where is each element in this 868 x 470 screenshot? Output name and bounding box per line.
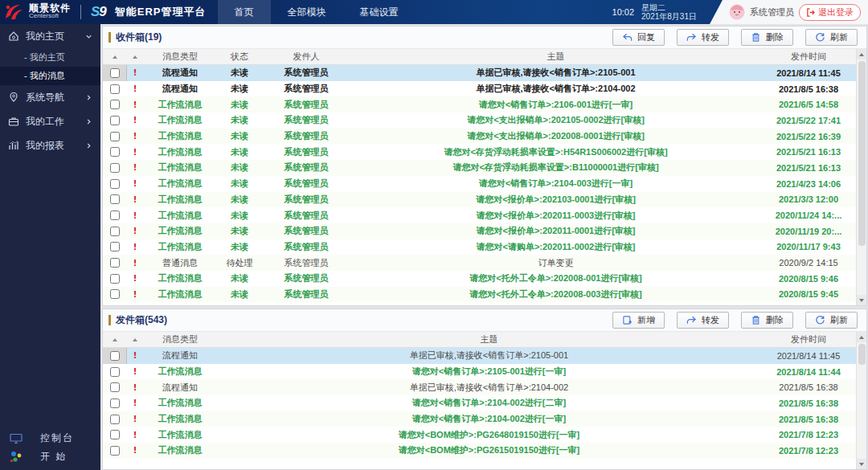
sidebar-item-home[interactable]: 我的主页 — [0, 24, 100, 48]
inbox-row[interactable]: ! 工作流消息 未读 系统管理员 请您对<销售订单>:2106-001进行[一审… — [103, 96, 856, 112]
row-checkbox[interactable] — [110, 84, 120, 94]
refresh-button[interactable]: 刷新 — [805, 312, 858, 329]
scrollbar-thumb[interactable] — [858, 61, 866, 246]
scroll-down-button[interactable] — [857, 459, 866, 469]
row-checkbox[interactable] — [110, 147, 120, 157]
start-button[interactable]: 开 始 — [0, 448, 100, 466]
row-checkbox[interactable] — [110, 210, 120, 220]
nav-tab[interactable]: 全部模块 — [271, 0, 343, 24]
inbox-row[interactable]: ! 工作流消息 未读 系统管理员 请您对<销售订单>:2104-003进行[一审… — [103, 176, 856, 192]
row-checkbox[interactable] — [110, 100, 120, 109]
row-checkbox[interactable] — [110, 194, 120, 204]
row-checkbox[interactable] — [110, 430, 120, 439]
row-checkbox[interactable] — [110, 382, 120, 392]
nav-tab[interactable]: 基础设置 — [343, 0, 416, 24]
inbox-row[interactable]: ! 流程通知 未读 系统管理员 单据已审核,请接收<销售订单>:2105-001… — [103, 65, 856, 81]
message-type: 工作流消息 — [143, 112, 217, 129]
outbox-scrollbar[interactable] — [856, 332, 866, 469]
column-header-status[interactable]: 状态 — [217, 49, 262, 64]
message-subject: 请您对<销售订单>:2106-001进行[一审] — [350, 96, 761, 112]
inbox-row[interactable]: ! 普通消息 待处理 系统管理员 订单变更 2020/9/2 14:15 — [103, 255, 856, 271]
row-checkbox[interactable] — [110, 367, 120, 377]
outbox-row[interactable]: ! 工作流消息 请您对<BOM维护>:PG2648019150进行[一审] 20… — [103, 427, 856, 443]
row-checkbox[interactable] — [110, 398, 120, 408]
scrollbar-thumb[interactable] — [858, 344, 866, 365]
console-button[interactable]: 控制台 — [0, 429, 100, 448]
message-status: 未读 — [217, 81, 262, 97]
logout-button[interactable]: 退出登录 — [799, 4, 861, 21]
refresh-button[interactable]: 刷新 — [805, 29, 858, 46]
message-status: 未读 — [217, 207, 262, 223]
clock-time: 10:02 — [612, 7, 635, 17]
row-checkbox[interactable] — [110, 227, 120, 236]
inbox-row[interactable]: ! 工作流消息 未读 系统管理员 请您对<托外工令单>:202008-001进行… — [103, 271, 856, 287]
row-checkbox[interactable] — [110, 289, 120, 299]
sort-icon[interactable] — [127, 49, 143, 64]
sidebar-item-my-reports[interactable]: 我的报表 — [0, 133, 100, 157]
inbox-row[interactable]: ! 工作流消息 未读 系统管理员 请您对<托外工令单>:202008-003进行… — [103, 287, 856, 303]
scroll-down-button[interactable] — [857, 295, 866, 305]
inbox-row[interactable]: ! 工作流消息 未读 系统管理员 请您对<报价单>:202103-0001进行[… — [103, 192, 856, 208]
row-checkbox[interactable] — [110, 415, 120, 424]
delete-button[interactable]: 删除 — [741, 312, 793, 329]
row-checkbox[interactable] — [110, 258, 120, 268]
sidebar-subitem-my-home[interactable]: - 我的主页 — [0, 48, 100, 67]
message-type: 工作流消息 — [143, 144, 217, 160]
inbox-row[interactable]: ! 工作流消息 未读 系统管理员 请您对<存货浮动耗损率设置>:H54R1S00… — [103, 144, 856, 160]
row-checkbox[interactable] — [110, 68, 120, 78]
row-checkbox[interactable] — [110, 116, 120, 125]
message-subject: 请您对<托外工令单>:202008-003进行[审核] — [350, 287, 761, 303]
column-header-subject[interactable]: 主题 — [217, 332, 761, 347]
outbox-row[interactable]: ! 工作流消息 请您对<销售订单>:2105-001进行[一审] 2021/8/… — [103, 364, 856, 380]
column-header-subject[interactable]: 主题 — [350, 49, 761, 64]
user-avatar[interactable] — [729, 4, 745, 20]
sort-icon[interactable] — [103, 332, 127, 347]
forward-icon — [686, 32, 697, 43]
column-header-type[interactable]: 消息类型 — [143, 332, 217, 347]
outbox-row[interactable]: ! 流程通知 单据已审核,请接收<销售订单>:2105-001 2021/8/1… — [103, 348, 856, 364]
row-checkbox[interactable] — [110, 132, 120, 141]
message-subject: 请您对<报价单>:202011-0003进行[审核] — [350, 207, 761, 223]
nav-tab[interactable]: 首页 — [218, 0, 271, 24]
forward-button[interactable]: 转发 — [677, 29, 729, 46]
inbox-row[interactable]: ! 流程通知 未读 系统管理员 单据已审核,请接收<销售订单>:2104-002… — [103, 81, 856, 97]
priority-icon: ! — [133, 147, 137, 157]
reply-button[interactable]: 回复 — [612, 29, 665, 46]
row-checkbox[interactable] — [110, 446, 120, 456]
sort-icon[interactable] — [103, 49, 127, 64]
row-checkbox[interactable] — [110, 163, 120, 173]
inbox-row[interactable]: ! 工作流消息 未读 系统管理员 请您对<报价单>:202011-0003进行[… — [103, 207, 856, 223]
message-sender: 系统管理员 — [262, 239, 350, 255]
inbox-scrollbar[interactable] — [856, 49, 866, 305]
outbox-row[interactable]: ! 工作流消息 请您对<销售订单>:2104-002进行[二审] 2021/8/… — [103, 395, 856, 411]
column-header-time[interactable]: 发件时间 — [761, 332, 856, 347]
sidebar-subitem-my-messages[interactable]: - 我的消息 — [0, 67, 100, 85]
column-header-sender[interactable]: 发件人 — [262, 49, 350, 64]
outbox-row[interactable]: ! 流程通知 单据已审核,请接收<销售订单>:2104-002 2021/8/5… — [103, 379, 856, 395]
scroll-up-button[interactable] — [857, 332, 866, 342]
message-subject: 请您对<请购单>:202011-0002进行[审核] — [350, 239, 761, 255]
add-button[interactable]: 新增 — [612, 312, 665, 329]
sort-icon[interactable] — [127, 332, 143, 347]
scroll-up-button[interactable] — [857, 49, 866, 59]
outbox-row[interactable]: ! 工作流消息 请您对<销售订单>:2104-002进行[一审] 2021/8/… — [103, 411, 856, 427]
delete-button[interactable]: 删除 — [741, 29, 793, 46]
sidebar-item-navigation[interactable]: 系统导航 — [0, 85, 100, 109]
inbox-table-header: 消息类型 状态 发件人 主题 发件时间 — [103, 49, 866, 65]
inbox-row[interactable]: ! 工作流消息 未读 系统管理员 请您对<存货浮动耗损率设置>:B1100000… — [103, 160, 856, 176]
inbox-row[interactable]: ! 工作流消息 未读 系统管理员 请您对<报价单>:202011-0001进行[… — [103, 223, 856, 239]
row-checkbox[interactable] — [110, 274, 120, 284]
row-checkbox[interactable] — [110, 179, 120, 189]
forward-button[interactable]: 转发 — [677, 312, 729, 329]
row-checkbox[interactable] — [110, 242, 120, 251]
priority-icon: ! — [133, 289, 137, 300]
column-header-time[interactable]: 发件时间 — [761, 49, 856, 64]
row-checkbox[interactable] — [110, 351, 120, 361]
inbox-row[interactable]: ! 工作流消息 未读 系统管理员 请您对<支出报销单>:202105-0002进… — [103, 112, 856, 129]
column-header-type[interactable]: 消息类型 — [143, 49, 217, 64]
sidebar-item-my-work[interactable]: 我的工作 — [0, 109, 100, 133]
outbox-row[interactable]: ! 工作流消息 请您对<BOM维护>:PG2615019150进行[一审] 20… — [103, 443, 856, 459]
inbox-row[interactable]: ! 工作流消息 未读 系统管理员 请您对<支出报销单>:202008-0001进… — [103, 129, 856, 145]
inbox-row[interactable]: ! 工作流消息 未读 系统管理员 请您对<请购单>:202011-0002进行[… — [103, 239, 856, 255]
message-time: 2021/5/22 17:41 — [761, 112, 856, 129]
